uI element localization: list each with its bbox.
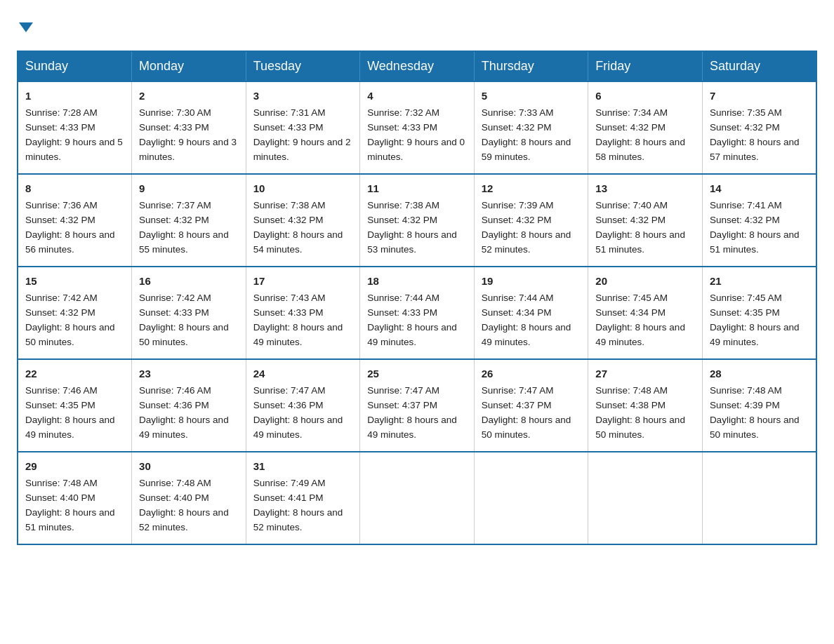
calendar-cell: 17Sunrise: 7:43 AMSunset: 4:33 PMDayligh…	[246, 267, 360, 359]
day-number: 26	[482, 365, 581, 382]
sunset-text: Sunset: 4:40 PM	[25, 492, 95, 503]
sunrise-text: Sunrise: 7:47 AM	[367, 385, 439, 396]
day-number: 30	[139, 458, 239, 474]
week-row-2: 15Sunrise: 7:42 AMSunset: 4:32 PMDayligh…	[18, 267, 816, 359]
sunset-text: Sunset: 4:32 PM	[367, 215, 437, 225]
daylight-text: Daylight: 9 hours and 2 minutes.	[253, 137, 351, 162]
calendar-table: SundayMondayTuesdayWednesdayThursdayFrid…	[17, 51, 817, 545]
day-number: 2	[139, 88, 239, 104]
calendar-cell: 14Sunrise: 7:41 AMSunset: 4:32 PMDayligh…	[702, 174, 816, 267]
day-number: 22	[25, 365, 124, 382]
week-row-4: 29Sunrise: 7:48 AMSunset: 4:40 PMDayligh…	[18, 452, 816, 544]
day-number: 24	[253, 365, 353, 382]
daylight-text: Daylight: 8 hours and 49 minutes.	[253, 415, 343, 440]
day-number: 19	[482, 273, 581, 289]
daylight-text: Daylight: 8 hours and 49 minutes.	[710, 322, 800, 347]
sunset-text: Sunset: 4:32 PM	[25, 215, 95, 225]
daylight-text: Daylight: 8 hours and 58 minutes.	[595, 137, 685, 162]
sunset-text: Sunset: 4:33 PM	[25, 122, 95, 133]
sunrise-text: Sunrise: 7:31 AM	[253, 107, 326, 118]
sunrise-text: Sunrise: 7:48 AM	[595, 385, 668, 396]
sunrise-text: Sunrise: 7:30 AM	[139, 107, 211, 118]
sunset-text: Sunset: 4:38 PM	[595, 400, 666, 410]
daylight-text: Daylight: 9 hours and 0 minutes.	[367, 137, 465, 162]
day-number: 11	[367, 180, 467, 196]
sunset-text: Sunset: 4:32 PM	[139, 215, 209, 225]
calendar-cell: 16Sunrise: 7:42 AMSunset: 4:33 PMDayligh…	[132, 267, 246, 359]
daylight-text: Daylight: 8 hours and 50 minutes.	[25, 322, 115, 347]
calendar-cell: 9Sunrise: 7:37 AMSunset: 4:32 PMDaylight…	[132, 174, 246, 267]
day-number: 16	[139, 273, 239, 289]
sunset-text: Sunset: 4:32 PM	[595, 122, 666, 133]
day-number: 10	[253, 180, 353, 196]
day-number: 25	[367, 365, 467, 382]
sunrise-text: Sunrise: 7:35 AM	[710, 107, 782, 118]
daylight-text: Daylight: 9 hours and 3 minutes.	[139, 137, 237, 162]
calendar-cell: 22Sunrise: 7:46 AMSunset: 4:35 PMDayligh…	[18, 359, 132, 452]
day-number: 9	[139, 180, 239, 196]
sunset-text: Sunset: 4:32 PM	[482, 215, 552, 225]
sunset-text: Sunset: 4:33 PM	[139, 122, 209, 133]
sunset-text: Sunset: 4:32 PM	[253, 215, 324, 225]
sunrise-text: Sunrise: 7:45 AM	[595, 293, 668, 303]
sunrise-text: Sunrise: 7:28 AM	[25, 107, 98, 118]
calendar-cell: 3Sunrise: 7:31 AMSunset: 4:33 PMDaylight…	[246, 81, 360, 174]
day-number: 7	[710, 88, 809, 104]
day-number: 8	[25, 180, 124, 196]
day-number: 21	[710, 273, 809, 289]
sunrise-text: Sunrise: 7:33 AM	[482, 107, 554, 118]
calendar-cell: 26Sunrise: 7:47 AMSunset: 4:37 PMDayligh…	[474, 359, 588, 452]
daylight-text: Daylight: 8 hours and 57 minutes.	[710, 137, 800, 162]
logo-triangle-icon	[19, 22, 33, 32]
calendar-cell: 2Sunrise: 7:30 AMSunset: 4:33 PMDaylight…	[132, 81, 246, 174]
sunset-text: Sunset: 4:36 PM	[139, 400, 209, 410]
sunrise-text: Sunrise: 7:42 AM	[25, 293, 98, 303]
header-row: SundayMondayTuesdayWednesdayThursdayFrid…	[18, 51, 816, 81]
sunset-text: Sunset: 4:37 PM	[367, 400, 437, 410]
calendar-cell: 1Sunrise: 7:28 AMSunset: 4:33 PMDaylight…	[18, 81, 132, 174]
calendar-cell: 24Sunrise: 7:47 AMSunset: 4:36 PMDayligh…	[246, 359, 360, 452]
daylight-text: Daylight: 8 hours and 49 minutes.	[482, 322, 571, 347]
calendar-cell: 13Sunrise: 7:40 AMSunset: 4:32 PMDayligh…	[588, 174, 703, 267]
sunset-text: Sunset: 4:36 PM	[253, 400, 324, 410]
sunrise-text: Sunrise: 7:44 AM	[482, 293, 554, 303]
week-row-3: 22Sunrise: 7:46 AMSunset: 4:35 PMDayligh…	[18, 359, 816, 452]
day-number: 17	[253, 273, 353, 289]
daylight-text: Daylight: 8 hours and 52 minutes.	[482, 229, 571, 255]
week-row-1: 8Sunrise: 7:36 AMSunset: 4:32 PMDaylight…	[18, 174, 816, 267]
sunset-text: Sunset: 4:32 PM	[710, 215, 780, 225]
calendar-cell: 19Sunrise: 7:44 AMSunset: 4:34 PMDayligh…	[474, 267, 588, 359]
header-saturday: Saturday	[702, 51, 816, 81]
day-number: 12	[482, 180, 581, 196]
daylight-text: Daylight: 8 hours and 55 minutes.	[139, 229, 229, 255]
sunrise-text: Sunrise: 7:46 AM	[25, 385, 98, 396]
calendar-cell: 10Sunrise: 7:38 AMSunset: 4:32 PMDayligh…	[246, 174, 360, 267]
daylight-text: Daylight: 8 hours and 52 minutes.	[253, 507, 343, 532]
sunrise-text: Sunrise: 7:37 AM	[139, 200, 211, 210]
daylight-text: Daylight: 8 hours and 51 minutes.	[595, 229, 685, 255]
week-row-0: 1Sunrise: 7:28 AMSunset: 4:33 PMDaylight…	[18, 81, 816, 174]
calendar-cell	[474, 452, 588, 544]
day-number: 29	[25, 458, 124, 474]
calendar-cell: 20Sunrise: 7:45 AMSunset: 4:34 PMDayligh…	[588, 267, 703, 359]
sunrise-text: Sunrise: 7:38 AM	[367, 200, 439, 210]
day-number: 14	[710, 180, 809, 196]
sunrise-text: Sunrise: 7:45 AM	[710, 293, 782, 303]
day-number: 18	[367, 273, 467, 289]
daylight-text: Daylight: 8 hours and 49 minutes.	[139, 415, 229, 440]
sunrise-text: Sunrise: 7:42 AM	[139, 293, 211, 303]
page-header	[17, 17, 817, 36]
header-wednesday: Wednesday	[360, 51, 475, 81]
header-monday: Monday	[132, 51, 246, 81]
calendar-cell: 25Sunrise: 7:47 AMSunset: 4:37 PMDayligh…	[360, 359, 475, 452]
day-number: 28	[710, 365, 809, 382]
daylight-text: Daylight: 8 hours and 51 minutes.	[710, 229, 800, 255]
sunrise-text: Sunrise: 7:41 AM	[710, 200, 782, 210]
daylight-text: Daylight: 8 hours and 49 minutes.	[367, 415, 457, 440]
calendar-cell: 23Sunrise: 7:46 AMSunset: 4:36 PMDayligh…	[132, 359, 246, 452]
sunset-text: Sunset: 4:32 PM	[25, 307, 95, 318]
logo	[17, 17, 33, 36]
calendar-cell: 29Sunrise: 7:48 AMSunset: 4:40 PMDayligh…	[18, 452, 132, 544]
daylight-text: Daylight: 8 hours and 51 minutes.	[25, 507, 115, 532]
calendar-cell: 27Sunrise: 7:48 AMSunset: 4:38 PMDayligh…	[588, 359, 703, 452]
